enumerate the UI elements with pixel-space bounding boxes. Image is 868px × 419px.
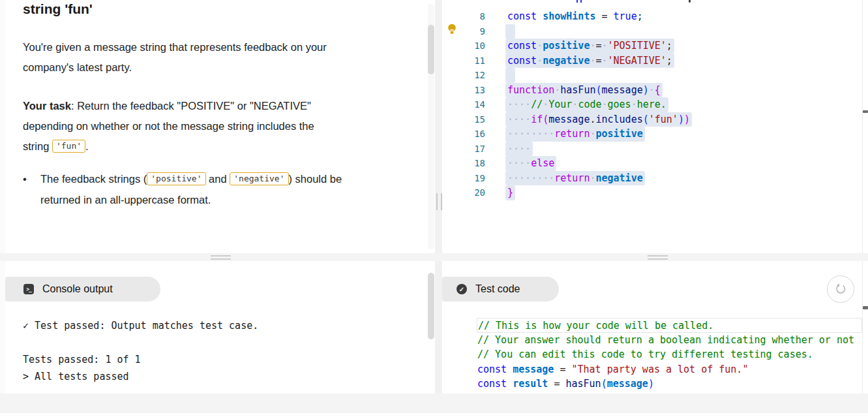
instructions-panel: string 'fun' You're given a message stri… xyxy=(5,0,428,253)
editor-line[interactable]: 19········return·negative xyxy=(442,171,868,186)
terminal-icon: >_ xyxy=(23,284,34,294)
horizontal-split-divider[interactable] xyxy=(0,253,868,261)
line-number: 16 xyxy=(442,127,485,142)
line-number: 13 xyxy=(442,83,485,98)
cutoff-line-fragment xyxy=(689,0,691,3)
editor-line[interactable]: 11const·negative·=·'NEGATIVE'; xyxy=(442,54,868,69)
bottom-strip xyxy=(0,394,868,413)
console-scrollbar-thumb[interactable] xyxy=(428,273,434,339)
test-code-panel[interactable]: ✓ Test code // This is how your code wil… xyxy=(442,261,868,394)
inline-code-chip: 'positive' xyxy=(147,172,205,185)
console-line: > All tests passed xyxy=(23,368,258,385)
horizontal-split-handle-right[interactable] xyxy=(648,255,668,260)
editor-line[interactable]: 9 xyxy=(442,24,868,39)
editor-line[interactable]: 15····if(message.includes('fun')) xyxy=(442,112,868,127)
bullet-marker: • xyxy=(23,169,40,210)
code-editor-panel[interactable]: 8const showHints = true;910const·positiv… xyxy=(442,0,868,253)
test-code-line[interactable]: // Your answer should return a boolean i… xyxy=(477,333,862,348)
test-code-tab-label: Test code xyxy=(475,283,520,295)
cutoff-line-fragment xyxy=(580,0,582,3)
line-number: 19 xyxy=(442,171,485,186)
line-number: 15 xyxy=(442,112,485,127)
inline-code-chip: 'fun' xyxy=(52,140,85,153)
lesson-heading: string 'fun' xyxy=(23,1,93,17)
line-number: 8 xyxy=(442,9,485,24)
horizontal-split-handle-left[interactable] xyxy=(211,255,231,260)
console-line: ✓ Test passed: Output matches test case. xyxy=(23,317,258,334)
editor-line[interactable]: 13function·hasFun(message)·{ xyxy=(442,83,868,98)
editor-line[interactable]: 8const showHints = true; xyxy=(442,9,868,24)
editor-line[interactable]: 10const·positive·=·'POSITIVE'; xyxy=(442,39,868,54)
test-code-line[interactable]: const result = hasFun(message) xyxy=(477,377,862,392)
testcode-right-edge xyxy=(862,261,863,394)
editor-line[interactable]: 17···· xyxy=(442,142,868,157)
console-output-text: ✓ Test passed: Output matches test case.… xyxy=(23,317,258,385)
bullet-item: • The feedback strings ('positive' and '… xyxy=(23,169,342,210)
line-number: 10 xyxy=(442,39,485,54)
line-number: 9 xyxy=(442,24,485,39)
line-number: 11 xyxy=(442,54,485,69)
task-paragraph: Your task: Return the feedback "POSITIVE… xyxy=(23,96,314,157)
reset-test-code-button[interactable] xyxy=(827,275,854,303)
line-number: 12 xyxy=(442,68,485,83)
test-code-line[interactable]: // You can edit this code to try differe… xyxy=(477,347,862,362)
test-code-tab[interactable]: ✓ Test code xyxy=(442,277,559,302)
console-line: Tests passed: 1 of 1 xyxy=(23,351,258,368)
editor-line[interactable]: 20} xyxy=(442,185,868,200)
editor-line[interactable]: 12 xyxy=(442,68,868,83)
editor-line[interactable]: 18····else xyxy=(442,156,868,171)
line-number: 14 xyxy=(442,97,485,112)
test-code-line[interactable]: const message = "That party was a lot of… xyxy=(477,362,862,377)
inline-code-chip: 'negative' xyxy=(230,172,288,185)
check-circle-icon: ✓ xyxy=(456,284,467,294)
test-code-lines[interactable]: // This is how your code will be called.… xyxy=(442,318,862,392)
task-label: Your task xyxy=(23,100,71,112)
test-code-current-line[interactable]: // This is how your code will be called. xyxy=(477,318,862,333)
editor-line[interactable]: 14····//·Your·code·goes·here. xyxy=(442,97,868,112)
editor-right-edge xyxy=(862,0,863,253)
console-tab-label: Console output xyxy=(42,283,113,295)
editor-scroll-marker[interactable] xyxy=(863,110,868,113)
instructions-scrollbar-thumb[interactable] xyxy=(428,25,434,74)
editor-line[interactable]: 16········return·positive xyxy=(442,127,868,142)
page-left-gutter xyxy=(0,0,5,394)
cutoff-line-fragment xyxy=(576,0,578,3)
intro-paragraph: You're given a message string that repre… xyxy=(23,37,327,78)
console-output-tab[interactable]: >_ Console output xyxy=(5,277,160,302)
console-output-panel: >_ Console output ✓ Test passed: Output … xyxy=(5,261,428,394)
line-number: 17 xyxy=(442,142,485,157)
editor-lines[interactable]: 8const showHints = true;910const·positiv… xyxy=(442,9,868,200)
line-number: 18 xyxy=(442,156,485,171)
reset-icon xyxy=(835,283,846,295)
vertical-split-handle[interactable] xyxy=(436,193,442,210)
console-line xyxy=(23,334,258,351)
testcode-scroll-marker[interactable] xyxy=(863,306,868,309)
line-number: 20 xyxy=(442,185,485,200)
